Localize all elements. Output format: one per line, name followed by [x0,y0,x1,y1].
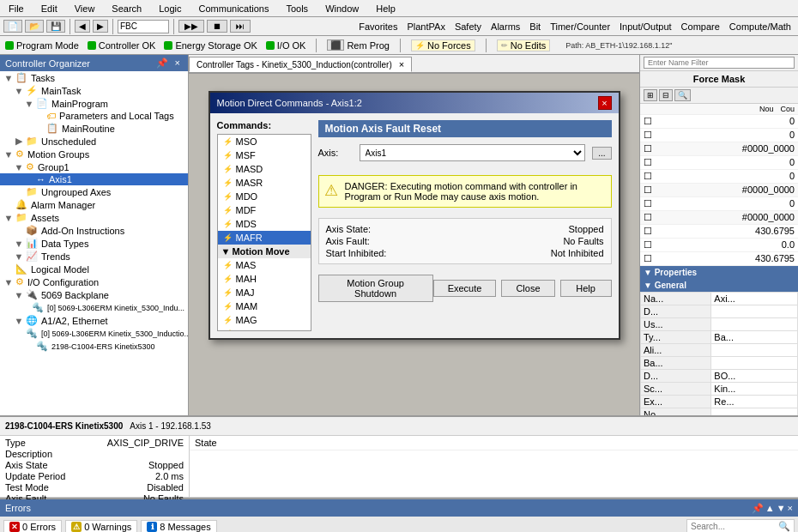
prop-btn-1[interactable]: ⊞ [644,89,657,101]
force-mask-checkbox-10[interactable]: ☐ [644,253,652,264]
cmd-mah[interactable]: ⚡MAH [218,272,311,286]
plantpax-label[interactable]: PlantPAx [403,21,448,32]
cmd-masd[interactable]: ⚡MASD [218,162,311,176]
force-mask-checkbox-7[interactable]: ☐ [644,212,652,223]
force-mask-checkbox-1[interactable]: ☐ [644,130,652,141]
tree-item-addon[interactable]: 📦 Add-On Instructions [0,224,188,237]
tree-item-motiongroups[interactable]: ▼ ⚙ Motion Groups [0,148,188,160]
commands-list[interactable]: ⚡MSO ⚡MSF ⚡MASD ⚡MASR ⚡MDO ⚡MDF ⚡MDS ⚡MA… [217,134,311,331]
tree-item-assets[interactable]: ▼ 📁 Assets [0,211,188,224]
controller-tags-tab-close[interactable]: × [399,59,404,70]
tree-item-a1a2-ethernet[interactable]: ▼ 🌐 A1/A2, Ethernet [0,314,188,327]
errors-search-input[interactable] [691,522,777,531]
tree-item-axis1[interactable]: ↔ Axis1 [0,173,188,185]
execute-button[interactable]: Execute [433,280,497,297]
errors-pin[interactable]: 📌 [752,503,764,514]
toolbar-stop[interactable]: ⏹ [207,20,227,33]
cmd-masr[interactable]: ⚡MASR [218,176,311,190]
favorites-label[interactable]: Favorites [355,21,401,32]
cmd-mso[interactable]: ⚡MSO [218,135,311,148]
properties-section-header[interactable]: ▼ Properties [640,266,798,279]
tree-item-unscheduled[interactable]: ▶ 📁 Unscheduled [0,135,188,148]
force-mask-checkbox-2[interactable]: ☐ [644,143,652,154]
force-mask-checkbox-8[interactable]: ☐ [644,226,652,237]
bit-label[interactable]: Bit [526,21,544,32]
cmd-mdf[interactable]: ⚡MDF [218,203,311,217]
toolbar-save[interactable]: 💾 [46,20,65,33]
name-filter-input[interactable] [644,57,795,69]
prop-btn-2[interactable]: ⊟ [659,89,673,101]
errors-close[interactable]: × [788,503,793,514]
tree-item-tasks[interactable]: ▼ 📋 Tasks [0,71,188,84]
safety-label[interactable]: Safety [451,21,485,32]
tree-item-ungrouped[interactable]: 📁 Ungrouped Axes [0,185,188,198]
cmd-mds[interactable]: ⚡MDS [218,217,311,231]
timer-counter-label[interactable]: Timer/Counter [547,21,614,32]
tree-item-io-config[interactable]: ▼ ⚙ I/O Configuration [0,275,188,288]
tree-item-params[interactable]: 🏷 Parameters and Local Tags [0,110,188,122]
toolbar-forward[interactable]: ▶ [93,20,108,33]
tree-item-5069backplane[interactable]: ▼ 🔌 5069 Backplane [0,288,188,301]
tree-item-alarm[interactable]: 🔔 Alarm Manager [0,198,188,211]
menu-logic[interactable]: Logic [154,2,186,15]
menu-tools[interactable]: Tools [281,2,313,15]
menu-help[interactable]: Help [371,2,401,15]
force-mask-checkbox-9[interactable]: ☐ [644,239,652,251]
cmd-mafr[interactable]: ⚡MAFR [218,231,311,245]
menu-communications[interactable]: Communications [194,2,275,15]
tree-item-datatypes[interactable]: ▼ 📊 Data Types [0,237,188,250]
errors-arrow-up[interactable]: ▲ [765,503,775,514]
prop-btn-3[interactable]: 🔍 [674,89,691,101]
left-panel-pin[interactable]: 📌 [154,57,171,69]
axis-select[interactable]: Axis1 [360,144,586,161]
dialog-close-button[interactable]: × [598,96,612,110]
tree-item-trends[interactable]: ▼ 📈 Trends [0,250,188,263]
cmd-mcd[interactable]: ⚡MCD [218,327,311,331]
tree-item-group1[interactable]: ▼ ⚙ Group1 [0,160,188,173]
motion-shutdown-button[interactable]: Motion Group Shutdown [318,275,433,302]
warnings-count-badge[interactable]: ⚠ 0 Warnings [65,520,137,533]
tree-item-logical[interactable]: 📐 Logical Model [0,263,188,275]
menu-file[interactable]: File [3,2,29,15]
cmd-mdo[interactable]: ⚡MDO [218,190,311,203]
errors-arrow-down[interactable]: ▼ [777,503,786,514]
help-button[interactable]: Help [560,280,612,297]
toolbar-run[interactable]: ▶▶ [178,20,204,33]
menu-edit[interactable]: Edit [36,2,63,15]
cmd-group-motion-move[interactable]: ▼ Motion Move [218,245,311,258]
tree-item-mainroutine[interactable]: 📋 MainRoutine [0,122,188,135]
errors-count-badge[interactable]: ✕ 0 Errors [3,520,62,533]
force-mask-checkbox-3[interactable]: ☐ [644,157,652,168]
axis-browse-button[interactable]: ... [592,147,611,160]
toolbar-back[interactable]: ◀ [75,20,90,33]
close-button[interactable]: Close [501,280,554,297]
controller-tags-tab[interactable]: Controller Tags - Kinetix_5300_Induction… [189,57,412,72]
menu-window[interactable]: Window [320,2,364,15]
tree-item-mainprogram[interactable]: ▼ 📄 MainProgram [0,97,188,110]
toolbar-step[interactable]: ⏭ [230,20,251,33]
force-mask-checkbox-6[interactable]: ☐ [644,198,652,209]
cmd-msf[interactable]: ⚡MSF [218,148,311,162]
cmd-mam[interactable]: ⚡MAM [218,299,311,313]
menu-search[interactable]: Search [106,2,147,15]
compute-math-label[interactable]: Compute/Math [726,21,795,32]
force-mask-checkbox-4[interactable]: ☐ [644,171,652,182]
tree-item-5069-eth[interactable]: 🔩 [0] 5069-L306ERM Kinetix_5300_Inductio… [0,327,188,340]
cmd-maj[interactable]: ⚡MAJ [218,286,311,299]
tree-item-maintask[interactable]: ▼ ⚡ MainTask [0,84,188,97]
menu-view[interactable]: View [70,2,100,15]
tree-item-2198[interactable]: 🔩 2198-C1004-ERS Kinetix5300 [0,340,188,353]
messages-count-badge[interactable]: ℹ 8 Messages [141,520,216,533]
force-mask-checkbox-0[interactable]: ☐ [644,116,652,127]
cmd-mag[interactable]: ⚡MAG [218,313,311,327]
force-mask-checkbox-5[interactable]: ☐ [644,184,652,196]
tree-item-5069-l306[interactable]: 🔩 [0] 5069-L306ERM Kinetix_5300_Indu... [0,301,188,314]
input-output-label[interactable]: Input/Output [616,21,675,32]
cmd-mas[interactable]: ⚡MAS [218,258,311,272]
general-section-header[interactable]: ▼ General [640,279,798,292]
alarms-label[interactable]: Alarms [487,21,523,32]
toolbar-open[interactable]: 📂 [25,20,44,33]
compare-label[interactable]: Compare [678,21,723,32]
toolbar-new[interactable]: 📄 [3,20,22,33]
search-input[interactable] [118,20,169,33]
